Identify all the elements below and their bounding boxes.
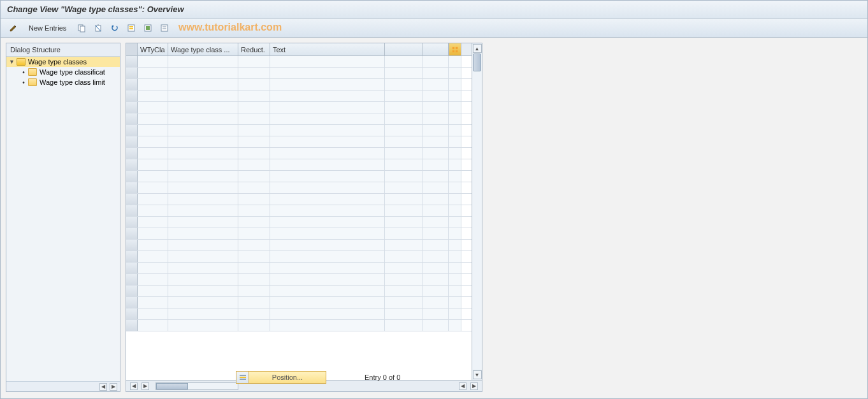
copy-as-icon[interactable] [75, 22, 88, 34]
table-row[interactable] [126, 228, 472, 240]
cell[interactable] [385, 102, 423, 113]
cell[interactable] [238, 159, 270, 170]
row-selector[interactable] [126, 159, 138, 170]
table-row[interactable] [126, 286, 472, 297]
cell[interactable] [138, 217, 168, 228]
row-selector[interactable] [126, 102, 138, 113]
cell[interactable] [423, 68, 449, 78]
cell[interactable] [270, 217, 385, 228]
cell[interactable] [168, 148, 238, 159]
cell[interactable] [138, 240, 168, 250]
cell[interactable] [138, 205, 168, 216]
column-header-wage-type-class[interactable]: Wage type class ... [168, 43, 238, 55]
scroll-right-icon[interactable]: ▶ [110, 383, 117, 391]
row-selector[interactable] [126, 125, 138, 136]
table-row[interactable] [126, 308, 472, 320]
cell[interactable] [385, 205, 423, 216]
cell[interactable] [138, 251, 168, 262]
cell[interactable] [270, 297, 385, 308]
cell[interactable] [423, 205, 449, 216]
cell[interactable] [270, 240, 385, 250]
select-all-icon[interactable] [125, 22, 138, 34]
column-header-empty1[interactable] [385, 43, 423, 55]
cell[interactable] [138, 102, 168, 113]
row-selector[interactable] [126, 91, 138, 101]
cell[interactable] [168, 217, 238, 228]
cell[interactable] [423, 217, 449, 228]
undo-icon[interactable] [108, 22, 121, 34]
cell[interactable] [238, 228, 270, 239]
toggle-display-change-icon[interactable] [7, 22, 20, 34]
cell[interactable] [168, 263, 238, 273]
cell[interactable] [138, 297, 168, 308]
table-row[interactable] [126, 263, 472, 274]
cell[interactable] [423, 274, 449, 285]
cell[interactable] [423, 240, 449, 250]
cell[interactable] [270, 286, 385, 296]
cell[interactable] [385, 297, 423, 308]
cell[interactable] [423, 194, 449, 205]
cell[interactable] [385, 286, 423, 296]
cell[interactable] [238, 68, 270, 78]
cell[interactable] [423, 171, 449, 182]
table-row[interactable] [126, 182, 472, 194]
cell[interactable] [238, 274, 270, 285]
cell[interactable] [138, 286, 168, 296]
row-selector[interactable] [126, 308, 138, 319]
row-selector[interactable] [126, 320, 138, 331]
table-row[interactable] [126, 125, 472, 136]
cell[interactable] [138, 136, 168, 147]
cell[interactable] [168, 297, 238, 308]
cell[interactable] [168, 240, 238, 250]
table-row[interactable] [126, 136, 472, 148]
cell[interactable] [238, 148, 270, 159]
row-selector[interactable] [126, 194, 138, 205]
cell[interactable] [168, 125, 238, 136]
cell[interactable] [238, 79, 270, 90]
cell[interactable] [270, 251, 385, 262]
table-row[interactable] [126, 56, 472, 68]
cell[interactable] [168, 205, 238, 216]
cell[interactable] [385, 228, 423, 239]
row-selector[interactable] [126, 228, 138, 239]
table-configure-icon[interactable] [449, 43, 461, 55]
cell[interactable] [385, 159, 423, 170]
cell[interactable] [270, 274, 385, 285]
row-selector[interactable] [126, 79, 138, 90]
column-header-text[interactable]: Text [270, 43, 385, 55]
cell[interactable] [168, 194, 238, 205]
cell[interactable] [168, 113, 238, 124]
cell[interactable] [270, 68, 385, 78]
table-vertical-scrollbar[interactable]: ▲ ▼ [472, 43, 482, 380]
cell[interactable] [385, 274, 423, 285]
table-row[interactable] [126, 240, 472, 251]
cell[interactable] [423, 263, 449, 273]
cell[interactable] [385, 263, 423, 273]
cell[interactable] [168, 91, 238, 101]
table-row[interactable] [126, 217, 472, 228]
table-row[interactable] [126, 113, 472, 125]
column-header-wtycla[interactable]: WTyCla [138, 43, 168, 55]
row-selector[interactable] [126, 182, 138, 193]
cell[interactable] [238, 56, 270, 67]
cell[interactable] [385, 171, 423, 182]
row-selector[interactable] [126, 113, 138, 124]
table-row[interactable] [126, 102, 472, 113]
cell[interactable] [168, 228, 238, 239]
cell[interactable] [385, 194, 423, 205]
scroll-up-icon[interactable]: ▲ [473, 44, 482, 53]
cell[interactable] [270, 148, 385, 159]
cell[interactable] [238, 251, 270, 262]
cell[interactable] [385, 68, 423, 78]
tree-collapse-icon[interactable]: ▼ [9, 59, 15, 65]
cell[interactable] [238, 113, 270, 124]
cell[interactable] [238, 217, 270, 228]
row-selector[interactable] [126, 136, 138, 147]
cell[interactable] [168, 79, 238, 90]
cell[interactable] [270, 182, 385, 193]
scroll-left-icon[interactable]: ◀ [99, 383, 107, 391]
vscroll-thumb[interactable] [473, 54, 481, 71]
table-row[interactable] [126, 320, 472, 331]
cell[interactable] [270, 136, 385, 147]
cell[interactable] [238, 263, 270, 273]
